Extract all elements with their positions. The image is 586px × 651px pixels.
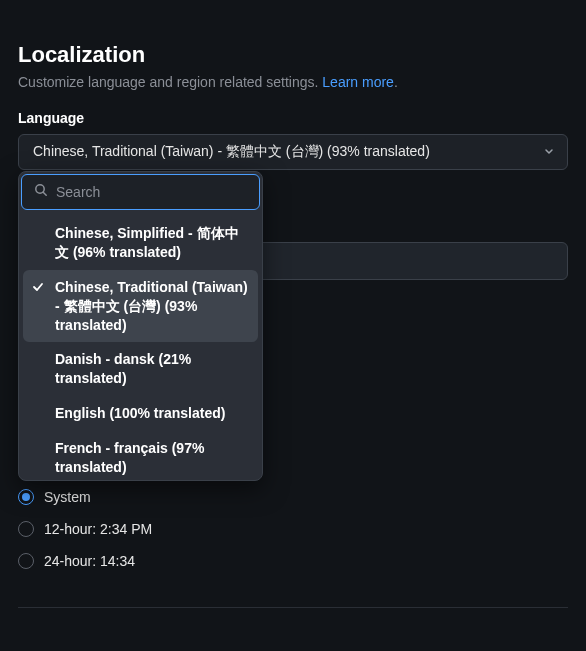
dropdown-item[interactable]: French - français (97% translated): [23, 431, 258, 480]
dropdown-item-label: English (100% translated): [55, 404, 250, 423]
dropdown-item-label: Chinese, Simplified - 简体中文 (96% translat…: [55, 224, 250, 262]
time-format-radio-group: System 12-hour: 2:34 PM 24-hour: 14:34: [18, 481, 568, 577]
radio-label: 12-hour: 2:34 PM: [44, 521, 152, 537]
radio-12-hour[interactable]: 12-hour: 2:34 PM: [18, 513, 568, 545]
language-dropdown: Chinese, Simplified - 简体中文 (96% translat…: [18, 171, 263, 481]
language-select[interactable]: Chinese, Traditional (Taiwan) - 繁體中文 (台灣…: [18, 134, 568, 170]
dropdown-item-label: Danish - dansk (21% translated): [55, 350, 250, 388]
dropdown-item-label: Chinese, Traditional (Taiwan) - 繁體中文 (台灣…: [55, 278, 250, 335]
search-icon: [34, 183, 48, 201]
dropdown-item-label: French - français (97% translated): [55, 439, 250, 477]
section-description-text: Customize language and region related se…: [18, 74, 322, 90]
dropdown-search-container: [21, 174, 260, 210]
dropdown-item[interactable]: English (100% translated): [23, 396, 258, 431]
radio-label: System: [44, 489, 91, 505]
period: .: [394, 74, 398, 90]
dropdown-search-input[interactable]: [56, 184, 247, 200]
language-selected-value: Chinese, Traditional (Taiwan) - 繁體中文 (台灣…: [33, 143, 430, 159]
check-icon: [31, 280, 47, 299]
radio-icon: [18, 553, 34, 569]
dropdown-item[interactable]: Chinese, Traditional (Taiwan) - 繁體中文 (台灣…: [23, 270, 258, 343]
dropdown-item[interactable]: Danish - dansk (21% translated): [23, 342, 258, 396]
learn-more-link[interactable]: Learn more: [322, 74, 394, 90]
dropdown-list[interactable]: Chinese, Simplified - 简体中文 (96% translat…: [19, 212, 262, 480]
radio-system[interactable]: System: [18, 481, 568, 513]
language-label: Language: [18, 110, 568, 126]
section-title: Localization: [18, 42, 568, 68]
chevron-down-icon: [543, 144, 555, 160]
section-description: Customize language and region related se…: [18, 74, 568, 90]
radio-icon: [18, 489, 34, 505]
section-divider: [18, 607, 568, 608]
radio-label: 24-hour: 14:34: [44, 553, 135, 569]
radio-24-hour[interactable]: 24-hour: 14:34: [18, 545, 568, 577]
radio-icon: [18, 521, 34, 537]
dropdown-item[interactable]: Chinese, Simplified - 简体中文 (96% translat…: [23, 216, 258, 270]
